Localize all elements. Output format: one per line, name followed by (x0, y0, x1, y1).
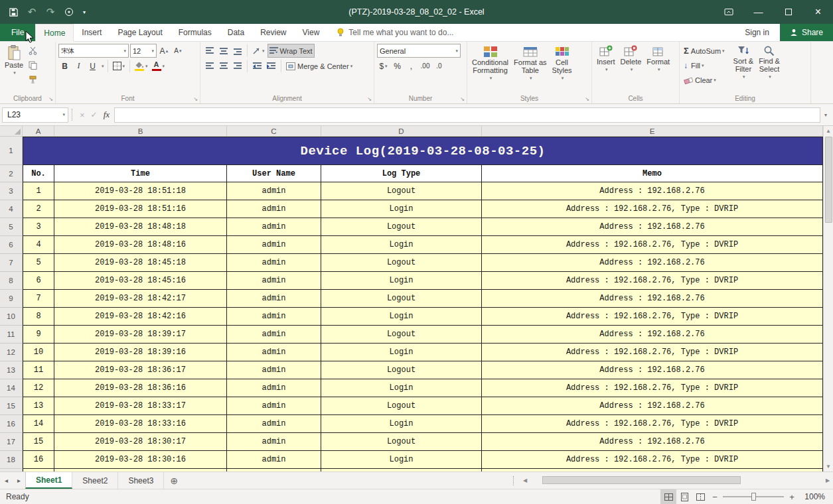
sign-in-button[interactable]: Sign in (734, 24, 780, 41)
undo-button[interactable]: ↶ (23, 0, 41, 24)
zoom-in-button[interactable]: + (785, 492, 798, 502)
table-cell[interactable]: admin (227, 379, 321, 397)
scroll-left-button[interactable]: ◀ (520, 477, 530, 483)
table-cell[interactable]: Address : 192.168.2.76, Type : DVRIP (482, 272, 823, 290)
tab-home[interactable]: Home (35, 24, 74, 42)
vertical-scroll-thumb[interactable] (825, 137, 832, 223)
paste-button[interactable]: Paste ▾ (3, 44, 25, 93)
table-cell[interactable]: 10 (23, 344, 54, 361)
clear-button[interactable]: Clear ▾ (682, 73, 726, 87)
table-cell[interactable]: 14 (23, 415, 54, 433)
table-cell[interactable]: 2019-03-28 18:36:17 (54, 361, 227, 379)
scroll-right-button[interactable]: ▶ (822, 477, 833, 483)
sheet-tab-sheet2[interactable]: Sheet2 (72, 472, 118, 489)
tab-formulas[interactable]: Formulas (171, 24, 220, 41)
table-cell[interactable]: admin (227, 397, 321, 415)
paste-dropdown[interactable]: ▾ (13, 69, 16, 77)
cancel-button[interactable]: × (80, 110, 85, 120)
delete-cells-button[interactable]: Delete ▾ (619, 44, 644, 93)
table-cell[interactable]: 2019-03-28 18:33:17 (54, 397, 227, 415)
table-cell[interactable]: 3 (23, 218, 54, 236)
table-cell[interactable]: Logout (321, 182, 482, 200)
table-cell[interactable]: Login (321, 200, 482, 218)
formula-input[interactable] (114, 107, 820, 123)
table-cell[interactable]: Logout (321, 361, 482, 379)
table-cell[interactable]: Address : 192.168.2.76 (482, 433, 823, 451)
table-cell[interactable]: 2019-03-28 18:51:16 (54, 200, 227, 218)
table-cell[interactable]: Login (321, 415, 482, 433)
row-header-3[interactable]: 3 (0, 182, 23, 200)
cut-button[interactable] (27, 44, 39, 58)
row-header-4[interactable]: 4 (0, 200, 23, 218)
table-cell[interactable]: Login (321, 344, 482, 361)
table-cell[interactable]: 11 (23, 361, 54, 379)
column-header-A[interactable]: A (23, 126, 54, 137)
touch-mode-button[interactable] (60, 0, 78, 24)
row-header-10[interactable]: 10 (0, 308, 23, 326)
table-cell[interactable]: admin (227, 218, 321, 236)
zoom-slider[interactable] (723, 496, 784, 497)
table-cell[interactable]: Address : 192.168.2.76 (482, 290, 823, 308)
table-cell[interactable]: 2019-03-28 18:51:18 (54, 182, 227, 200)
tab-view[interactable]: View (295, 24, 328, 41)
table-cell[interactable]: 8 (23, 308, 54, 326)
copy-button[interactable] (27, 58, 39, 72)
spreadsheet[interactable]: ABCDE1Device Log(2019-03-28-08-03-25)2No… (0, 126, 823, 472)
table-cell[interactable]: 9 (23, 326, 54, 344)
align-center-button[interactable] (217, 59, 230, 73)
table-cell[interactable]: 2019-03-28 18:30:16 (54, 451, 227, 469)
table-cell[interactable]: 16 (23, 451, 54, 469)
comma-style-button[interactable]: , (405, 59, 417, 73)
table-cell[interactable]: Address : 192.168.2.76 (482, 218, 823, 236)
row-header-15[interactable]: 15 (0, 397, 23, 415)
table-header-cell[interactable]: No. (23, 165, 54, 182)
fill-color-button[interactable]: ▾ (133, 59, 149, 73)
column-header-E[interactable]: E (482, 126, 823, 137)
bold-button[interactable]: B (58, 59, 71, 73)
font-name-select[interactable]: 宋体 ▾ (58, 44, 129, 58)
table-cell[interactable]: 2019-03-28 18:42:16 (54, 308, 227, 326)
alignment-dialog-launcher[interactable]: ↘ (367, 96, 372, 102)
table-cell[interactable]: Logout (321, 290, 482, 308)
table-cell[interactable]: Address : 192.168.2.76 (482, 182, 823, 200)
table-cell[interactable]: Address : 192.168.2.76, Type : DVRIP (482, 451, 823, 469)
new-sheet-button[interactable]: ⊕ (164, 472, 184, 489)
fill-button[interactable]: ↓ Fill ▾ (682, 58, 726, 72)
sheet-tab-sheet3[interactable]: Sheet3 (118, 472, 164, 489)
tab-page-layout[interactable]: Page Layout (110, 24, 170, 41)
table-cell[interactable]: 2019-03-28 18:48:18 (54, 218, 227, 236)
row-header-13[interactable]: 13 (0, 361, 23, 379)
table-header-cell[interactable]: User Name (227, 165, 321, 182)
minimize-button[interactable]: — (743, 0, 773, 24)
table-cell[interactable]: 2019-03-28 18:45:16 (54, 272, 227, 290)
format-as-table-button[interactable]: Format as Table ▾ (512, 44, 549, 93)
autosum-button[interactable]: Σ AutoSum ▾ (682, 44, 726, 58)
row-header-6[interactable]: 6 (0, 236, 23, 254)
table-header-cell[interactable]: Log Type (321, 165, 482, 182)
normal-view-button[interactable] (660, 489, 676, 504)
horizontal-scrollbar[interactable]: ◀ ▶ (520, 472, 833, 489)
select-all-button[interactable] (0, 126, 23, 137)
sort-filter-button[interactable]: Sort & Filter ▾ (731, 44, 756, 93)
table-cell[interactable]: admin (227, 415, 321, 433)
number-format-select[interactable]: General ▾ (377, 44, 461, 58)
table-cell[interactable]: admin (227, 308, 321, 326)
scroll-up-button[interactable]: ▲ (824, 126, 833, 136)
table-cell[interactable]: 6 (23, 272, 54, 290)
table-header-cell[interactable]: Time (54, 165, 227, 182)
table-cell[interactable]: admin (227, 326, 321, 344)
shrink-font-button[interactable]: A▼ (172, 44, 185, 58)
row-header-16[interactable]: 16 (0, 415, 23, 433)
table-cell[interactable]: Logout (321, 254, 482, 272)
table-cell[interactable]: 2 (23, 200, 54, 218)
insert-cells-button[interactable]: Insert ▾ (595, 44, 617, 93)
font-dialog-launcher[interactable]: ↘ (193, 96, 198, 102)
top-align-button[interactable] (203, 44, 216, 58)
table-cell[interactable]: 2019-03-28 18:33:16 (54, 415, 227, 433)
table-cell[interactable]: Address : 192.168.2.76, Type : DVRIP (482, 308, 823, 326)
row-header-1[interactable]: 1 (0, 137, 23, 165)
sheet-nav-prev-button[interactable]: ◂ (0, 472, 13, 489)
align-left-button[interactable] (203, 59, 216, 73)
underline-dropdown[interactable]: ▾ (102, 64, 104, 69)
page-break-view-button[interactable] (692, 489, 708, 504)
